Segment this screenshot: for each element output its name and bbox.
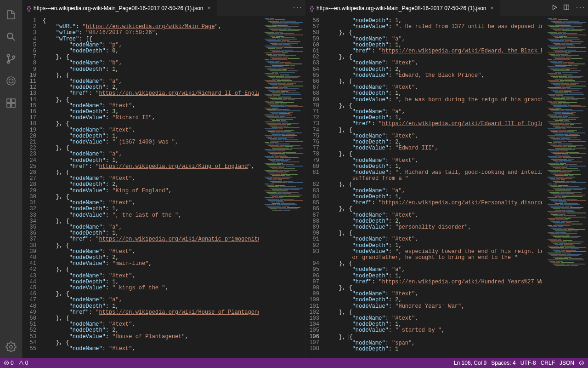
tab-label: https---en.wikipedia.org-wiki-Main_Page0…	[34, 5, 204, 12]
svg-point-1	[7, 55, 10, 57]
editor-left[interactable]: 1234567891011121314151617181920212223242…	[23, 16, 305, 358]
svg-point-3	[13, 56, 15, 58]
status-encoding[interactable]: UTF-8	[520, 360, 536, 366]
tab-bar-left: {} https---en.wikipedia.org-wiki-Main_Pa…	[23, 0, 305, 16]
more-actions-icon[interactable]: ···	[292, 5, 302, 12]
svg-point-0	[7, 33, 13, 39]
svg-point-19	[582, 362, 582, 363]
code-right[interactable]: "nodeDepth": 1, "nodeValue": ". He ruled…	[326, 16, 542, 358]
svg-rect-6	[7, 99, 11, 103]
svg-point-18	[581, 362, 581, 363]
editor-pane-right: {} https---en.wikipedia.org-wiki-Main_Pa…	[305, 0, 588, 358]
explorer-icon[interactable]	[0, 4, 22, 26]
status-warnings[interactable]: 0	[18, 360, 28, 366]
svg-point-4	[7, 77, 15, 85]
svg-rect-8	[11, 104, 15, 107]
gutter-right: 5657585960616263646566676869707172737475…	[305, 16, 326, 358]
status-ln-col[interactable]: Ln 106, Col 9	[454, 360, 486, 366]
feedback-icon[interactable]	[579, 360, 584, 366]
close-icon[interactable]: ×	[489, 5, 495, 12]
debug-icon[interactable]	[0, 70, 22, 92]
code-left[interactable]: { "wURL": "https://en.wikipedia.org/wiki…	[43, 16, 259, 358]
extensions-icon[interactable]	[0, 92, 22, 114]
split-editor-icon[interactable]	[563, 4, 570, 12]
editor-split: {} https---en.wikipedia.org-wiki-Main_Pa…	[22, 0, 588, 358]
editor-pane-left: {} https---en.wikipedia.org-wiki-Main_Pa…	[22, 0, 305, 358]
status-eol[interactable]: CRLF	[541, 360, 555, 366]
svg-marker-11	[553, 5, 557, 9]
json-file-icon: {}	[310, 5, 314, 12]
settings-gear-icon[interactable]	[0, 336, 22, 358]
status-bar: 0 0 Ln 106, Col 9 Spaces: 4 UTF-8 CRLF J…	[0, 358, 588, 368]
run-icon[interactable]	[551, 4, 558, 12]
svg-point-17	[580, 361, 584, 365]
minimap-left[interactable]	[259, 16, 305, 358]
gutter-left: 1234567891011121314151617181920212223242…	[23, 16, 43, 358]
source-control-icon[interactable]	[0, 48, 22, 70]
svg-rect-9	[11, 99, 15, 103]
tab-right-file[interactable]: {} https---en.wikipedia.org-wiki-Main_Pa…	[305, 0, 500, 16]
json-file-icon: {}	[27, 5, 31, 12]
tab-bar-right: {} https---en.wikipedia.org-wiki-Main_Pa…	[305, 0, 588, 16]
more-actions-icon[interactable]: ···	[575, 5, 585, 12]
search-icon[interactable]	[0, 26, 22, 48]
tab-label: https---en.wikipedia.org-wiki-Main_Page0…	[317, 5, 486, 12]
status-language[interactable]: JSON	[560, 360, 574, 366]
svg-point-5	[9, 79, 13, 83]
svg-point-10	[10, 345, 12, 348]
close-icon[interactable]: ×	[206, 5, 212, 12]
status-errors[interactable]: 0	[4, 360, 14, 366]
editor-right[interactable]: 5657585960616263646566676869707172737475…	[305, 16, 588, 358]
svg-rect-7	[7, 104, 11, 107]
tab-left-file[interactable]: {} https---en.wikipedia.org-wiki-Main_Pa…	[23, 0, 217, 16]
status-indent[interactable]: Spaces: 4	[491, 360, 515, 366]
minimap-right[interactable]	[542, 16, 588, 358]
activity-bar	[0, 0, 22, 358]
